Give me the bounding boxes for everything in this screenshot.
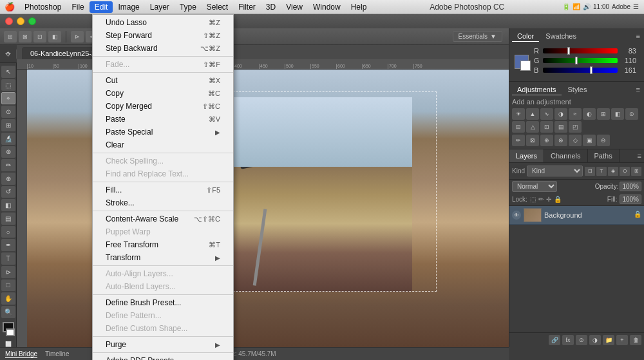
menu-adobe-pdf-presets[interactable]: Adobe PDF Presets... <box>93 354 233 360</box>
menu-undo-lasso[interactable]: Undo Lasso ⌘Z <box>93 16 233 29</box>
free-transform-label: Free Transform <box>106 240 158 249</box>
menu-purge[interactable]: Purge ▶ <box>93 338 233 351</box>
sep-3 <box>93 153 233 153</box>
fade-label: Fade... <box>106 60 129 69</box>
sep-8 <box>93 336 233 337</box>
menubar-3d[interactable]: 3D <box>261 1 281 13</box>
step-forward-shortcut: ⇧⌘Z <box>203 32 220 40</box>
menu-transform[interactable]: Transform ▶ <box>93 251 233 264</box>
menu-fill[interactable]: Fill... ⇧F5 <box>93 184 233 196</box>
menu-define-custom-shape[interactable]: Define Custom Shape... <box>93 322 233 335</box>
define-pattern-label: Define Pattern... <box>106 311 162 320</box>
sep-2 <box>93 72 233 73</box>
sep-4 <box>93 182 233 182</box>
menu-puppet-warp[interactable]: Puppet Warp <box>93 225 233 238</box>
step-backward-label: Step Backward <box>106 44 158 53</box>
menu-find-replace[interactable]: Find and Replace Text... <box>93 167 233 180</box>
adobe-pdf-presets-label: Adobe PDF Presets... <box>106 356 180 360</box>
menu-copy[interactable]: Copy ⌘C <box>93 87 233 100</box>
copy-label: Copy <box>106 89 124 98</box>
sep-5 <box>93 211 233 211</box>
menubar-layer[interactable]: Layer <box>145 1 175 13</box>
menu-free-transform[interactable]: Free Transform ⌘T <box>93 238 233 251</box>
menubar-help[interactable]: Help <box>346 1 372 13</box>
stroke-label: Stroke... <box>106 198 135 207</box>
fade-shortcut: ⇧⌘F <box>203 61 220 69</box>
menu-content-aware-scale[interactable]: Content-Aware Scale ⌥⇧⌘C <box>93 213 233 225</box>
undo-label: Undo Lasso <box>106 18 147 27</box>
purge-label: Purge <box>106 340 126 349</box>
sep-1 <box>93 56 233 57</box>
step-forward-label: Step Forward <box>106 31 152 40</box>
menu-define-brush[interactable]: Define Brush Preset... <box>93 296 233 309</box>
menubar-filter[interactable]: Filter <box>233 1 261 13</box>
auto-align-label: Auto-Align Layers... <box>106 269 173 278</box>
paste-special-label: Paste Special <box>106 128 153 137</box>
menu-step-forward[interactable]: Step Forward ⇧⌘Z <box>93 29 233 42</box>
menu-clear[interactable]: Clear <box>93 138 233 151</box>
define-custom-shape-label: Define Custom Shape... <box>106 324 187 333</box>
edit-menu: Undo Lasso ⌘Z Step Forward ⇧⌘Z Step Back… <box>92 14 234 360</box>
volume-icon: 🔊 <box>583 3 591 10</box>
sep-6 <box>93 265 233 266</box>
cut-label: Cut <box>106 76 118 85</box>
copy-merged-shortcut: ⇧⌘C <box>202 102 220 111</box>
menu-step-backward[interactable]: Step Backward ⌥⌘Z <box>93 42 233 55</box>
menu-icon[interactable]: ☰ <box>633 3 639 10</box>
menubar-file[interactable]: File <box>66 1 89 13</box>
purge-arrow: ▶ <box>215 341 220 348</box>
transform-label: Transform <box>106 253 140 262</box>
menu-define-pattern[interactable]: Define Pattern... <box>93 309 233 322</box>
adobe-label: Adobe <box>612 3 630 10</box>
fill-shortcut: ⇧F5 <box>206 186 220 194</box>
menubar-edit[interactable]: Edit <box>90 1 113 13</box>
check-spelling-label: Check Spelling... <box>106 156 164 166</box>
menubar-select[interactable]: Select <box>202 1 233 13</box>
paste-special-arrow: ▶ <box>215 129 220 136</box>
free-transform-shortcut: ⌘T <box>209 241 220 249</box>
menu-check-spelling[interactable]: Check Spelling... <box>93 155 233 167</box>
sep-9 <box>93 352 233 353</box>
content-aware-scale-label: Content-Aware Scale <box>106 214 178 223</box>
puppet-warp-label: Puppet Warp <box>106 227 151 236</box>
define-brush-label: Define Brush Preset... <box>106 298 181 307</box>
menu-auto-blend[interactable]: Auto-Blend Layers... <box>93 280 233 293</box>
menubar-window[interactable]: Window <box>308 1 346 13</box>
copy-shortcut: ⌘C <box>208 90 220 98</box>
cut-shortcut: ⌘X <box>209 77 220 85</box>
auto-blend-label: Auto-Blend Layers... <box>106 282 176 291</box>
menubar-photoshop[interactable]: Photoshop <box>19 1 66 13</box>
apple-menu[interactable]: 🍎 <box>0 2 19 12</box>
menubar-image[interactable]: Image <box>113 1 144 13</box>
menu-auto-align[interactable]: Auto-Align Layers... <box>93 267 233 280</box>
menu-copy-merged[interactable]: Copy Merged ⇧⌘C <box>93 100 233 113</box>
transform-arrow: ▶ <box>215 254 220 261</box>
step-backward-shortcut: ⌥⌘Z <box>200 44 220 53</box>
paste-shortcut: ⌘V <box>209 115 220 124</box>
undo-shortcut: ⌘Z <box>209 19 220 27</box>
find-replace-label: Find and Replace Text... <box>106 169 189 178</box>
sep-7 <box>93 294 233 295</box>
battery-icon: 🔋 <box>562 3 570 10</box>
wifi-icon: 📶 <box>573 3 580 10</box>
window-title: Adobe Photoshop CC <box>372 3 562 12</box>
fill-menu-label: Fill... <box>106 185 122 194</box>
menu-paste[interactable]: Paste ⌘V <box>93 113 233 126</box>
menubar-type[interactable]: Type <box>175 1 202 13</box>
menubar-right: 🔋 📶 🔊 11:00 Adobe ☰ <box>562 3 644 10</box>
menu-stroke[interactable]: Stroke... <box>93 196 233 209</box>
menubar-view[interactable]: View <box>281 1 308 13</box>
menu-paste-special[interactable]: Paste Special ▶ <box>93 126 233 138</box>
time-icon: 11:00 <box>593 3 609 10</box>
menu-cut[interactable]: Cut ⌘X <box>93 74 233 87</box>
copy-merged-label: Copy Merged <box>106 102 152 111</box>
paste-label: Paste <box>106 115 126 124</box>
menubar: 🍎 Photoshop File Edit Image Layer Type S… <box>0 0 644 14</box>
menu-fade[interactable]: Fade... ⇧⌘F <box>93 58 233 71</box>
content-aware-scale-shortcut: ⌥⇧⌘C <box>194 215 220 223</box>
clear-label: Clear <box>106 140 124 149</box>
